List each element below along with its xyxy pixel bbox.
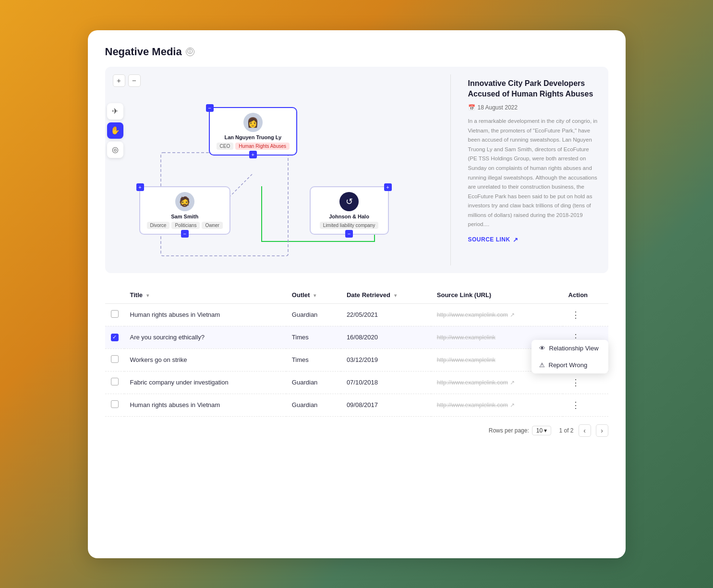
calendar-icon: 📅: [468, 104, 475, 111]
table-body: Human rights abuses in Vietnam Guardian …: [105, 303, 608, 416]
prev-page-button[interactable]: ‹: [579, 424, 591, 437]
row1-source[interactable]: http://www.examplelink.com ↗: [431, 303, 563, 326]
col-header-source: Source Link (URL): [431, 287, 563, 304]
graph-canvas: − 👩 Lan Nguyen Truong Ly CEO Human Right…: [113, 93, 435, 265]
page-title: Negative Media: [105, 46, 182, 58]
table-footer: Rows per page: 10 ▾ 1 of 2 ‹ ›: [105, 417, 608, 439]
row1-checkbox-cell[interactable]: [105, 303, 124, 326]
context-menu-report-wrong[interactable]: ⚠ Report Wrong: [532, 357, 608, 373]
row4-title: Fabric company under investigation: [124, 371, 286, 394]
row3-outlet: Times: [286, 348, 341, 371]
sort-arrow-title: ▾: [146, 293, 149, 298]
source-link[interactable]: SOURCE LINK ↗: [468, 236, 599, 243]
node-sam[interactable]: + 🧔 Sam Smith Divorce Politicians Owner …: [139, 186, 230, 235]
hand-tool-button[interactable]: ✋: [107, 122, 123, 139]
external-link-icon-r1: ↗: [510, 312, 515, 318]
node-ceo[interactable]: − 👩 Lan Nguyen Truong Ly CEO Human Right…: [209, 107, 298, 156]
context-menu: 👁 Relationship View ⚠ Report Wrong: [532, 340, 608, 373]
node-ceo-avatar: 👩: [243, 113, 263, 132]
top-section: + − ✈ ✋ ◎: [105, 67, 608, 273]
row5-action-dots[interactable]: ⋮: [568, 399, 583, 411]
row5-checkbox[interactable]: [111, 400, 119, 408]
pagination-label: 1 of 2: [559, 427, 573, 434]
next-page-button[interactable]: ›: [596, 424, 608, 437]
article-body: In a remarkable development in the city …: [468, 117, 599, 229]
main-card: Negative Media ⓘ + − ✈ ✋ ◎: [88, 30, 626, 558]
row4-checkbox-cell[interactable]: [105, 371, 124, 394]
row4-action-dots[interactable]: ⋮: [568, 377, 583, 388]
article-date: 📅 18 August 2022: [468, 104, 599, 111]
tag-llc: Limited liability company: [320, 222, 378, 229]
row2-outlet: Times: [286, 326, 341, 348]
node-ceo-expand[interactable]: −: [206, 104, 214, 112]
node-ceo-tags: CEO Human Rights Abuses: [217, 143, 290, 150]
row2-checkbox[interactable]: ✓: [111, 334, 119, 341]
node-sam-tags: Divorce Politicians Owner: [147, 222, 223, 229]
row1-title: Human rights abuses in Vietnam: [124, 303, 286, 326]
col-header-checkbox: [105, 287, 124, 304]
context-menu-relationship-view[interactable]: 👁 Relationship View: [532, 340, 608, 357]
row2-checkbox-cell[interactable]: ✓: [105, 326, 124, 348]
row2-date: 16/08/2020: [341, 326, 431, 348]
sort-arrow-outlet: ▾: [314, 293, 316, 298]
node-company-subtitle: Limited liability company: [317, 222, 381, 229]
data-table: Title ▾ Outlet ▾ Date Retrieved ▾ Source…: [105, 287, 608, 417]
tag-ceo: CEO: [217, 143, 234, 150]
row5-source[interactable]: http://www.examplelink.com ↗: [431, 394, 563, 416]
row1-action-dots[interactable]: ⋮: [568, 309, 583, 321]
section-divider: [450, 74, 451, 265]
tag-owner: Owner: [202, 222, 222, 229]
node-company-name: Johnson & Halo: [317, 214, 381, 219]
node-sam-collapse[interactable]: −: [181, 230, 189, 238]
graph-area: + − ✈ ✋ ◎: [113, 74, 435, 265]
table-row: ✓ Are you sourcing ethically? Times 16/0…: [105, 326, 608, 348]
row2-action-cell: ⋮ 👁 Relationship View ⚠ Report Wrong: [563, 326, 608, 348]
row5-action-cell: ⋮: [563, 394, 608, 416]
col-header-title[interactable]: Title ▾: [124, 287, 286, 304]
row4-checkbox[interactable]: [111, 378, 119, 385]
row4-action-cell: ⋮: [563, 371, 608, 394]
row1-outlet: Guardian: [286, 303, 341, 326]
zoom-controls: + −: [113, 74, 435, 87]
sort-arrow-date: ▾: [394, 293, 397, 298]
col-header-date[interactable]: Date Retrieved ▾: [341, 287, 431, 304]
rows-per-page-dropdown[interactable]: 10 ▾: [532, 426, 552, 435]
row3-checkbox[interactable]: [111, 355, 119, 363]
info-icon[interactable]: ⓘ: [186, 48, 194, 56]
pointer-tool-button[interactable]: ✈: [107, 103, 123, 120]
node-sam-expand[interactable]: +: [136, 183, 144, 191]
eye-icon: 👁: [539, 345, 545, 352]
rows-per-page: Rows per page: 10 ▾: [489, 426, 552, 435]
node-ceo-name: Lan Nguyen Truong Ly: [217, 134, 290, 140]
node-sam-avatar: 🧔: [175, 192, 194, 211]
table-section: Title ▾ Outlet ▾ Date Retrieved ▾ Source…: [105, 287, 608, 439]
col-header-outlet[interactable]: Outlet ▾: [286, 287, 341, 304]
zoom-out-button[interactable]: −: [128, 74, 141, 87]
target-tool-button[interactable]: ◎: [107, 142, 123, 158]
external-link-icon: ↗: [513, 236, 519, 243]
row1-action-cell: ⋮: [563, 303, 608, 326]
external-link-icon-r4: ↗: [510, 379, 515, 386]
tool-panel: ✈ ✋ ◎: [107, 103, 123, 158]
row5-checkbox-cell[interactable]: [105, 394, 124, 416]
article-title: Innovative City Park Developers Accused …: [468, 78, 599, 100]
node-ceo-bottom-expand[interactable]: +: [249, 151, 257, 158]
zoom-in-button[interactable]: +: [113, 74, 125, 87]
row2-title: Are you sourcing ethically?: [124, 326, 286, 348]
table-row: Human rights abuses in Vietnam Guardian …: [105, 394, 608, 416]
row5-title: Human rights abuses in Vietnam: [124, 394, 286, 416]
table-row: Human rights abuses in Vietnam Guardian …: [105, 303, 608, 326]
page-title-bar: Negative Media ⓘ: [105, 46, 608, 58]
row1-checkbox[interactable]: [111, 310, 119, 318]
row3-checkbox-cell[interactable]: [105, 348, 124, 371]
row5-outlet: Guardian: [286, 394, 341, 416]
node-company[interactable]: + ↺ Johnson & Halo Limited liability com…: [310, 186, 389, 235]
row3-title: Workers go on strike: [124, 348, 286, 371]
node-company-expand[interactable]: +: [384, 183, 392, 191]
col-header-action: Action: [563, 287, 608, 304]
node-company-collapse[interactable]: −: [345, 230, 353, 238]
table-row: Fabric company under investigation Guard…: [105, 371, 608, 394]
warning-icon: ⚠: [539, 361, 545, 369]
article-panel: Innovative City Park Developers Accused …: [466, 74, 601, 265]
row4-source[interactable]: http://www.examplelink.com ↗: [431, 371, 563, 394]
